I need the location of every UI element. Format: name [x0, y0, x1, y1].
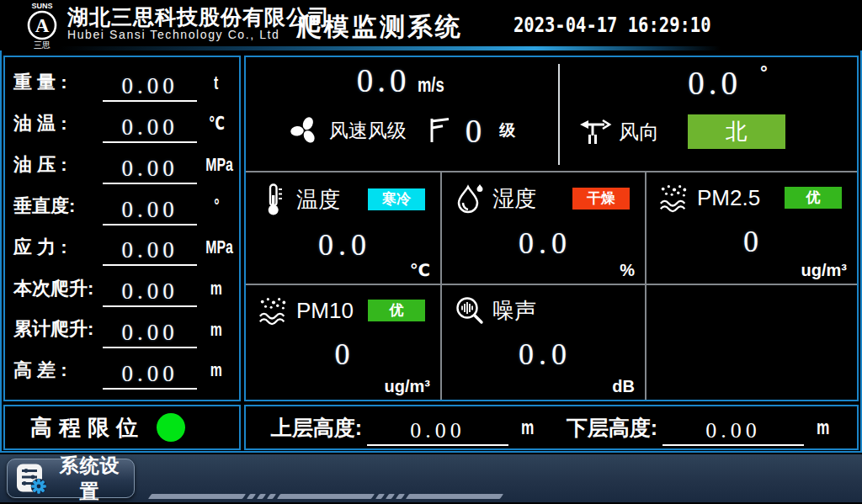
wind-level-icon	[428, 116, 450, 145]
sensor-value: 0.0	[454, 228, 636, 258]
svg-text:A: A	[35, 15, 50, 36]
droplet-icon	[454, 183, 486, 215]
sensor-value: 0.0	[454, 339, 636, 369]
sensor-value: 0	[258, 339, 432, 369]
upper-height-label: 上层高度:	[271, 414, 362, 442]
metric-label: 垂直度:	[13, 196, 99, 216]
header-divider	[59, 46, 721, 50]
metric-unit: ℃	[200, 113, 232, 135]
upper-height-group: 上层高度: 0.00 m	[256, 409, 551, 446]
metric-row-current-climb: 本次爬升: 0.00 m	[13, 269, 232, 307]
sensor-value: 0.0	[258, 230, 432, 260]
company-name-en: Hubei Sansi Technology Co., Ltd	[67, 28, 279, 41]
metric-value: 0.00	[103, 228, 197, 266]
sensor-name: 温度	[296, 185, 340, 215]
datetime-display: 2023-04-17 16:29:10	[513, 13, 711, 37]
status-badge: 优	[785, 187, 842, 209]
system-settings-button[interactable]: 系统设置	[7, 459, 135, 498]
lower-height-unit: m	[817, 416, 829, 439]
metric-unit: MPa	[200, 236, 232, 258]
noise-icon	[454, 295, 486, 326]
wind-direction-button[interactable]: 北	[688, 114, 785, 149]
wind-level-unit: 级	[499, 119, 515, 141]
metric-value: 0.00	[103, 188, 197, 225]
elevation-limit-panel: 高程限位	[3, 405, 241, 450]
wind-direction-label: 风向	[619, 119, 659, 146]
settings-sliders-icon	[16, 463, 46, 494]
svg-text:三思: 三思	[34, 40, 51, 50]
metric-value: 0.00	[103, 64, 197, 102]
sensor-name: PM10	[296, 298, 354, 324]
metric-row-stress: 应 力 : 0.00 MPa	[13, 228, 232, 266]
wind-direction-value: 0.0	[688, 65, 742, 101]
wind-level-value: 0	[466, 114, 487, 147]
wind-speed-value: 0.0	[357, 62, 411, 98]
footer-decoration	[150, 494, 502, 499]
metric-unit: m	[200, 319, 232, 341]
elevation-limit-label: 高程限位	[30, 413, 145, 443]
status-badge: 干燥	[572, 188, 630, 210]
metric-label: 本次爬升:	[13, 279, 99, 299]
status-badge	[572, 300, 630, 321]
sensor-name: PM2.5	[697, 185, 760, 211]
screen: SUNS A 三思 湖北三思科技股份有限公司 Hubei Sansi Techn…	[0, 0, 862, 504]
metric-label: 累计爬升:	[13, 319, 99, 339]
sensor-unit: ℃	[410, 260, 430, 280]
metric-row-verticality: 垂直度: 0.00 °	[13, 188, 232, 225]
particles-icon	[258, 295, 290, 326]
metric-unit: t	[200, 72, 232, 94]
status-badge: 优	[368, 300, 425, 321]
page-title: 爬模监测系统	[296, 10, 463, 45]
sensor-cell-noise: 噪声 0.0 dB	[442, 285, 646, 400]
fan-icon	[289, 113, 321, 148]
sensor-unit: %	[620, 261, 635, 280]
sensor-unit: dB	[612, 377, 635, 396]
sensor-grid: 温度 寒冷 0.0 ℃ 湿度 干燥	[246, 171, 857, 400]
metric-value: 0.00	[103, 352, 197, 390]
metric-label: 重 量 :	[13, 72, 99, 93]
metric-row-oil-temp: 油 温 : 0.00 ℃	[13, 105, 232, 143]
lower-height-group: 下层高度: 0.00 m	[551, 409, 847, 446]
sensor-unit: ug/m³	[385, 377, 430, 396]
metric-label: 应 力 :	[13, 237, 99, 257]
metric-row-oil-pressure: 油 压 : 0.00 MPa	[13, 146, 232, 184]
thermometer-icon	[258, 183, 290, 216]
wind-vane-icon	[578, 117, 612, 147]
lower-height-value: 0.00	[662, 414, 804, 446]
sensor-name: 噪声	[492, 296, 536, 326]
status-badge: 寒冷	[368, 188, 425, 210]
metric-label: 高 差 :	[13, 360, 99, 380]
sensor-cell-humidity: 湿度 干燥 0.0 %	[442, 172, 646, 285]
metric-row-height-diff: 高 差 : 0.00 m	[13, 352, 232, 390]
wind-direction-value-line: 0.0°	[560, 62, 857, 99]
wind-direction-block: 0.0° 风向 北	[560, 57, 857, 171]
sensor-cell-pm10: PM10 优 0 ug/m³	[246, 285, 442, 400]
environment-panel: 0.0m/s 风速风级	[244, 56, 859, 401]
metrics-panel: 重 量 : 0.00 t 油 温 : 0.00 ℃ 油 压 : 0.00 MPa…	[3, 56, 241, 401]
wind-speed-label: 风速风级	[329, 118, 407, 144]
company-logo: SUNS A 三思	[19, 1, 66, 53]
upper-height-value: 0.00	[367, 414, 508, 446]
sensor-cell-temperature: 温度 寒冷 0.0 ℃	[246, 172, 442, 285]
elevation-limit-indicator	[157, 413, 185, 442]
settings-label: 系统设置	[54, 453, 125, 504]
metric-row-weight: 重 量 : 0.00 t	[13, 64, 232, 102]
metric-label: 油 温 :	[13, 114, 99, 134]
upper-height-unit: m	[521, 416, 534, 439]
sensor-name: 湿度	[492, 184, 536, 214]
lower-height-label: 下层高度:	[567, 414, 657, 442]
wind-speed-unit: m/s	[418, 74, 444, 97]
metric-row-total-climb: 累计爬升: 0.00 m	[13, 310, 232, 348]
footer-bar: 系统设置	[0, 454, 862, 502]
metric-unit: MPa	[200, 154, 232, 176]
metric-value: 0.00	[103, 310, 197, 348]
particles-icon	[658, 183, 690, 213]
sensor-unit: ug/m³	[801, 261, 847, 280]
sensor-cell-empty	[646, 285, 857, 400]
metric-unit: °	[200, 195, 232, 217]
metric-value: 0.00	[103, 146, 197, 184]
metric-value: 0.00	[103, 269, 197, 307]
metric-value: 0.00	[103, 105, 197, 143]
wind-speed-block: 0.0m/s 风速风级	[246, 57, 558, 171]
wind-speed-value-line: 0.0m/s	[246, 64, 558, 97]
